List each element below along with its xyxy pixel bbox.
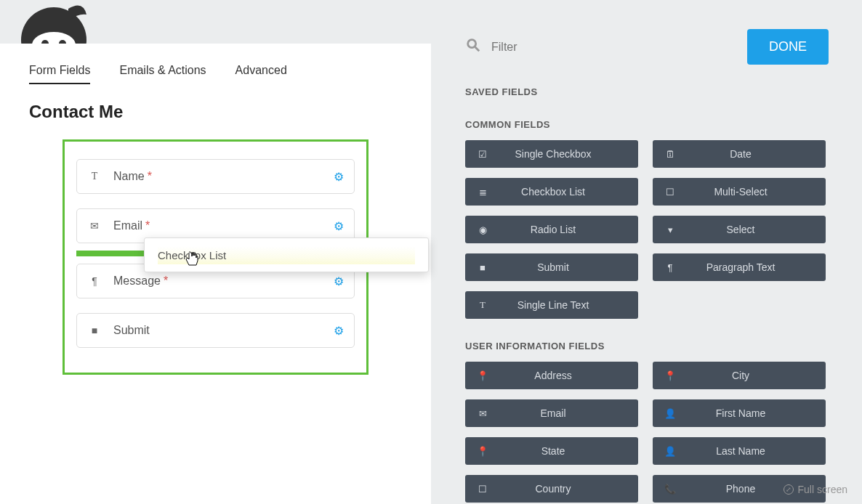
editor-tabs: Form FieldsEmails & ActionsAdvanced — [29, 64, 402, 84]
envelope-icon: ✉ — [475, 408, 490, 419]
section-heading: COMMON FIELDS — [465, 119, 850, 130]
pill-first-name[interactable]: 👤First Name — [653, 399, 826, 427]
pill-date[interactable]: 🗓Date — [653, 140, 826, 168]
form-title: Contact Me — [29, 102, 402, 122]
phone-icon: 📞 — [663, 484, 677, 495]
section-heading: USER INFORMATION FIELDS — [465, 341, 850, 351]
check-square-icon: ☑ — [475, 149, 490, 160]
fullscreen-label: Full screen — [798, 484, 847, 495]
pill-label: Single Line Text — [490, 299, 638, 311]
person-icon: 👤 — [663, 408, 677, 419]
svg-point-4 — [468, 39, 476, 47]
tab-emails-actions[interactable]: Emails & Actions — [119, 64, 206, 84]
filter-row: DONE — [465, 29, 850, 65]
pill-last-name[interactable]: 👤Last Name — [653, 437, 826, 465]
pill-multi-select[interactable]: ☐Multi-Select — [653, 178, 826, 206]
fullscreen-icon: ⤢ — [784, 484, 794, 495]
required-indicator: * — [148, 170, 152, 182]
pill-label: Last Name — [677, 445, 826, 457]
app-logo — [17, 0, 90, 44]
square-icon: ■ — [475, 262, 490, 273]
pill-state[interactable]: 📍State — [465, 437, 638, 465]
filter-input[interactable] — [491, 41, 737, 54]
pill-grid: ☑Single Checkbox🗓Date≣Checkbox List☐Mult… — [465, 140, 850, 319]
radio-icon: ◉ — [475, 224, 490, 235]
form-editor-panel: Form FieldsEmails & ActionsAdvanced Cont… — [0, 44, 431, 504]
pill-grid: 📍Address📍City✉Email👤First Name📍State👤Las… — [465, 362, 850, 503]
pill-label: City — [677, 370, 826, 381]
pill-label: Checkbox List — [490, 186, 638, 198]
pill-email[interactable]: ✉Email — [465, 399, 638, 427]
pill-label: Email — [490, 407, 638, 419]
pin-icon: 📍 — [475, 370, 490, 381]
list-icon: ≣ — [475, 187, 490, 198]
required-indicator: * — [164, 275, 168, 287]
pill-label: State — [490, 445, 638, 457]
done-button[interactable]: DONE — [747, 29, 829, 65]
fullscreen-toggle[interactable]: ⤢ Full screen — [784, 484, 847, 495]
square-icon: ■ — [87, 325, 102, 336]
required-indicator: * — [145, 219, 150, 232]
field-row-submit[interactable]: ■Submit⚙ — [76, 313, 355, 348]
square-open-icon: ☐ — [663, 187, 677, 198]
pill-label: Date — [677, 148, 826, 160]
square-open-icon: ☐ — [475, 484, 490, 495]
pill-address[interactable]: 📍Address — [465, 362, 638, 389]
drag-ghost-label: Checkbox List — [158, 246, 415, 264]
pill-label: Radio List — [490, 224, 638, 235]
pill-radio-list[interactable]: ◉Radio List — [465, 216, 638, 243]
section-heading: SAVED FIELDS — [465, 86, 850, 97]
field-label: Submit — [113, 324, 334, 337]
gear-icon[interactable]: ⚙ — [334, 275, 344, 288]
gear-icon[interactable]: ⚙ — [334, 219, 344, 233]
pill-label: Submit — [490, 261, 638, 273]
section-user-information-fields: USER INFORMATION FIELDS📍Address📍City✉Ema… — [465, 341, 850, 503]
pill-country[interactable]: ☐Country — [465, 475, 638, 503]
tab-form-fields[interactable]: Form Fields — [29, 64, 90, 84]
paragraph-icon: ¶ — [87, 275, 102, 287]
pill-checkbox-list[interactable]: ≣Checkbox List — [465, 178, 638, 206]
pill-label: First Name — [677, 407, 826, 419]
person-icon: 👤 — [663, 446, 677, 457]
text-icon: T — [87, 171, 102, 182]
field-row-name[interactable]: TName*⚙ — [76, 159, 355, 194]
section-common-fields: COMMON FIELDS☑Single Checkbox🗓Date≣Check… — [465, 119, 850, 319]
pill-single-checkbox[interactable]: ☑Single Checkbox — [465, 140, 638, 168]
pill-label: Single Checkbox — [490, 148, 638, 160]
field-palette: DONE SAVED FIELDSCOMMON FIELDS☑Single Ch… — [465, 29, 850, 504]
paragraph-icon: ¶ — [663, 262, 677, 273]
pin-icon: 📍 — [475, 446, 490, 457]
pill-city[interactable]: 📍City — [653, 362, 826, 389]
text-icon: T — [475, 299, 490, 311]
pill-single-line-text[interactable]: TSingle Line Text — [465, 291, 638, 319]
pill-label: Select — [677, 224, 826, 235]
svg-line-5 — [475, 46, 480, 51]
pill-label: Paragraph Text — [677, 261, 826, 273]
gear-icon[interactable]: ⚙ — [334, 170, 344, 184]
gear-icon[interactable]: ⚙ — [334, 324, 344, 338]
pill-submit[interactable]: ■Submit — [465, 253, 638, 281]
chevron-down-icon: ▾ — [663, 224, 677, 235]
pill-label: Address — [490, 370, 638, 381]
field-label: Email* — [113, 219, 334, 232]
drag-ghost: Checkbox List — [144, 237, 429, 272]
search-icon — [465, 37, 481, 57]
section-saved-fields: SAVED FIELDS — [465, 86, 850, 97]
pin-icon: 📍 — [663, 370, 677, 381]
pill-label: Country — [490, 483, 638, 495]
calendar-icon: 🗓 — [663, 149, 677, 160]
field-label: Name* — [113, 170, 334, 183]
pill-label: Multi-Select — [677, 186, 826, 198]
envelope-icon: ✉ — [87, 220, 102, 232]
pill-paragraph-text[interactable]: ¶Paragraph Text — [653, 253, 826, 281]
tab-advanced[interactable]: Advanced — [235, 64, 287, 84]
pill-select[interactable]: ▾Select — [653, 216, 826, 243]
field-label: Message* — [113, 275, 334, 288]
